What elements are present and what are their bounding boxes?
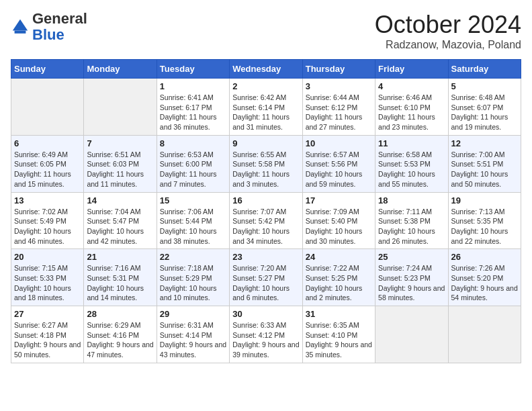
week-row-5: 27Sunrise: 6:27 AM Sunset: 4:18 PM Dayli… [11,306,521,363]
calendar-cell: 24Sunrise: 7:22 AM Sunset: 5:25 PM Dayli… [302,249,375,306]
cell-info: Sunrise: 6:57 AM Sunset: 5:56 PM Dayligh… [306,150,372,189]
calendar-cell: 27Sunrise: 6:27 AM Sunset: 4:18 PM Dayli… [11,306,84,363]
calendar-cell: 23Sunrise: 7:20 AM Sunset: 5:27 PM Dayli… [230,249,302,306]
cell-info: Sunrise: 7:18 AM Sunset: 5:29 PM Dayligh… [160,263,226,303]
cell-info: Sunrise: 7:26 AM Sunset: 5:20 PM Dayligh… [451,263,518,303]
cell-info: Sunrise: 6:31 AM Sunset: 4:14 PM Dayligh… [160,320,226,360]
day-number: 9 [232,138,299,148]
calendar-cell [11,79,84,136]
logo-blue: Blue [32,26,64,43]
calendar-cell: 29Sunrise: 6:31 AM Sunset: 4:14 PM Dayli… [157,306,229,363]
calendar-body: 1Sunrise: 6:41 AM Sunset: 6:17 PM Daylig… [11,79,521,363]
day-number: 21 [87,252,153,262]
cell-info: Sunrise: 6:53 AM Sunset: 6:00 PM Dayligh… [160,150,226,189]
calendar-cell: 7Sunrise: 6:51 AM Sunset: 6:03 PM Daylig… [84,135,157,192]
calendar-cell: 6Sunrise: 6:49 AM Sunset: 6:05 PM Daylig… [11,135,84,192]
day-number: 8 [160,138,226,148]
calendar-cell: 21Sunrise: 7:16 AM Sunset: 5:31 PM Dayli… [84,249,157,306]
day-number: 27 [14,309,81,319]
day-number: 14 [87,195,153,205]
cell-info: Sunrise: 6:48 AM Sunset: 6:07 PM Dayligh… [451,93,518,132]
cell-info: Sunrise: 6:46 AM Sunset: 6:10 PM Dayligh… [378,93,445,132]
calendar-cell: 2Sunrise: 6:42 AM Sunset: 6:14 PM Daylig… [230,79,302,136]
svg-marker-0 [13,19,28,31]
cell-info: Sunrise: 7:04 AM Sunset: 5:47 PM Dayligh… [87,207,153,246]
calendar-cell: 19Sunrise: 7:13 AM Sunset: 5:35 PM Dayli… [448,192,521,249]
day-header-friday: Friday [375,60,448,79]
cell-info: Sunrise: 7:07 AM Sunset: 5:42 PM Dayligh… [232,207,299,246]
day-number: 12 [451,138,518,148]
day-number: 3 [306,81,372,91]
day-number: 20 [14,252,81,262]
cell-info: Sunrise: 6:58 AM Sunset: 5:53 PM Dayligh… [378,150,445,189]
logo: General Blue [11,11,87,43]
calendar-cell: 11Sunrise: 6:58 AM Sunset: 5:53 PM Dayli… [375,135,448,192]
day-number: 6 [14,138,81,148]
location: Radzanow, Mazovia, Poland [375,39,521,51]
calendar-cell: 12Sunrise: 7:00 AM Sunset: 5:51 PM Dayli… [448,135,521,192]
day-number: 30 [232,309,299,319]
logo-general: General [32,10,87,27]
calendar-cell [448,306,521,363]
cell-info: Sunrise: 6:41 AM Sunset: 6:17 PM Dayligh… [160,93,226,132]
cell-info: Sunrise: 7:06 AM Sunset: 5:44 PM Dayligh… [160,207,226,246]
day-number: 4 [378,81,445,91]
day-number: 15 [160,195,226,205]
day-header-sunday: Sunday [11,60,84,79]
calendar-header: SundayMondayTuesdayWednesdayThursdayFrid… [11,60,521,79]
cell-info: Sunrise: 7:22 AM Sunset: 5:25 PM Dayligh… [306,263,372,303]
calendar-cell: 9Sunrise: 6:55 AM Sunset: 5:58 PM Daylig… [230,135,302,192]
calendar-cell: 30Sunrise: 6:33 AM Sunset: 4:12 PM Dayli… [230,306,302,363]
cell-info: Sunrise: 7:13 AM Sunset: 5:35 PM Dayligh… [451,207,518,246]
logo-icon [11,17,30,36]
cell-info: Sunrise: 7:09 AM Sunset: 5:40 PM Dayligh… [306,207,372,246]
svg-rect-1 [15,31,26,34]
day-number: 24 [306,252,372,262]
day-number: 10 [306,138,372,148]
day-number: 23 [232,252,299,262]
calendar-cell: 13Sunrise: 7:02 AM Sunset: 5:49 PM Dayli… [11,192,84,249]
day-number: 7 [87,138,153,148]
calendar-cell: 18Sunrise: 7:11 AM Sunset: 5:38 PM Dayli… [375,192,448,249]
calendar-cell: 25Sunrise: 7:24 AM Sunset: 5:23 PM Dayli… [375,249,448,306]
month-title: October 2024 [375,11,521,39]
day-number: 26 [451,252,518,262]
day-number: 22 [160,252,226,262]
day-number: 1 [160,81,226,91]
day-number: 16 [232,195,299,205]
day-number: 19 [451,195,518,205]
calendar-cell: 17Sunrise: 7:09 AM Sunset: 5:40 PM Dayli… [302,192,375,249]
cell-info: Sunrise: 6:42 AM Sunset: 6:14 PM Dayligh… [232,93,299,132]
cell-info: Sunrise: 7:20 AM Sunset: 5:27 PM Dayligh… [232,263,299,303]
day-number: 25 [378,252,445,262]
calendar-cell: 16Sunrise: 7:07 AM Sunset: 5:42 PM Dayli… [230,192,302,249]
calendar-cell: 14Sunrise: 7:04 AM Sunset: 5:47 PM Dayli… [84,192,157,249]
week-row-1: 1Sunrise: 6:41 AM Sunset: 6:17 PM Daylig… [11,79,521,136]
calendar-cell: 1Sunrise: 6:41 AM Sunset: 6:17 PM Daylig… [157,79,229,136]
cell-info: Sunrise: 6:29 AM Sunset: 4:16 PM Dayligh… [87,320,153,360]
calendar-cell: 10Sunrise: 6:57 AM Sunset: 5:56 PM Dayli… [302,135,375,192]
calendar-cell: 8Sunrise: 6:53 AM Sunset: 6:00 PM Daylig… [157,135,229,192]
calendar-cell [375,306,448,363]
header: General Blue October 2024 Radzanow, Mazo… [11,11,521,51]
day-header-tuesday: Tuesday [157,60,229,79]
day-number: 5 [451,81,518,91]
calendar-cell: 5Sunrise: 6:48 AM Sunset: 6:07 PM Daylig… [448,79,521,136]
cell-info: Sunrise: 7:24 AM Sunset: 5:23 PM Dayligh… [378,263,445,303]
calendar-cell: 20Sunrise: 7:15 AM Sunset: 5:33 PM Dayli… [11,249,84,306]
day-header-wednesday: Wednesday [230,60,302,79]
title-block: October 2024 Radzanow, Mazovia, Poland [375,11,521,51]
day-header-saturday: Saturday [448,60,521,79]
day-number: 31 [306,309,372,319]
week-row-4: 20Sunrise: 7:15 AM Sunset: 5:33 PM Dayli… [11,249,521,306]
day-number: 18 [378,195,445,205]
calendar-cell: 26Sunrise: 7:26 AM Sunset: 5:20 PM Dayli… [448,249,521,306]
day-number: 2 [232,81,299,91]
cell-info: Sunrise: 6:51 AM Sunset: 6:03 PM Dayligh… [87,150,153,189]
cell-info: Sunrise: 6:44 AM Sunset: 6:12 PM Dayligh… [306,93,372,132]
cell-info: Sunrise: 6:55 AM Sunset: 5:58 PM Dayligh… [232,150,299,189]
cell-info: Sunrise: 7:00 AM Sunset: 5:51 PM Dayligh… [451,150,518,189]
cell-info: Sunrise: 6:49 AM Sunset: 6:05 PM Dayligh… [14,150,81,189]
cell-info: Sunrise: 7:02 AM Sunset: 5:49 PM Dayligh… [14,207,81,246]
day-number: 28 [87,309,153,319]
